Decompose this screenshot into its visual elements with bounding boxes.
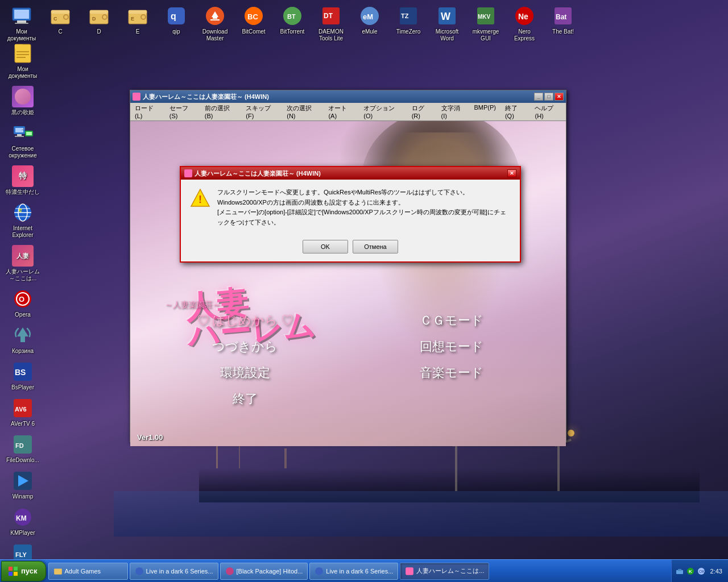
taskbar-item-black-package[interactable]: [Black Package] Hitod... (220, 563, 308, 580)
icon-mkvmerge[interactable]: MKV mkvmerge GUI (466, 2, 505, 44)
taskbar-app-icon-3 (225, 567, 234, 576)
icon-winamp[interactable]: Winamp (2, 467, 43, 502)
svg-text:MKV: MKV (478, 14, 491, 20)
icon-network[interactable]: Сетевое окружение (2, 119, 43, 161)
svg-point-83 (315, 567, 323, 575)
tray-icon-3[interactable]: OK (697, 567, 706, 576)
icon-opera[interactable]: O Opera (2, 285, 43, 321)
game-btn-tsuzuki[interactable]: つづきから (142, 334, 348, 360)
icon-nero[interactable]: Ne Nero Express (505, 2, 544, 44)
taskbar-app-icon-4 (315, 567, 324, 576)
icon-avermedia[interactable]: AV6 AVerTV 6 (2, 394, 43, 430)
taskbar-item-live-dark-2[interactable]: Live in a dark 6 Series... (309, 563, 398, 580)
icon-nero-label: Nero Express (507, 28, 541, 42)
icon-ms-word[interactable]: W Microsoft Word (428, 2, 466, 44)
icon-c-label: C (58, 28, 62, 35)
icon-c-drive[interactable]: C C (41, 2, 80, 44)
close-button[interactable]: ✕ (555, 93, 564, 101)
svg-text:O: O (19, 295, 24, 304)
taskbar-label-black-package: [Black Package] Hitod... (237, 568, 303, 575)
icon-the-bat[interactable]: Bat The Bat! (544, 2, 582, 44)
dialog-ok-button[interactable]: OK (303, 240, 348, 253)
game-btn-hajime[interactable]: ♡ はじめから ♡ (142, 307, 348, 334)
icon-download-master[interactable]: Download Master (196, 2, 234, 44)
tray-kaspersky-icon[interactable]: K (686, 567, 695, 576)
tray-network-icon[interactable] (675, 567, 684, 576)
icon-recycle[interactable]: Корзина (2, 322, 43, 357)
taskbar-item-live-dark-1[interactable]: Live in a dark 6 Series... (130, 563, 218, 580)
icon-kmplayer[interactable]: KM KMPlayer (2, 504, 43, 539)
svg-rect-21 (210, 19, 220, 20)
icon-timezero[interactable]: TZ TimeZero (389, 2, 428, 44)
menu-load[interactable]: ロード(L) (133, 103, 163, 120)
icon-emule-label: eMule (362, 28, 377, 35)
menu-text-clear[interactable]: 文字消(I) (439, 103, 468, 120)
icon-network-label: Сетевое окружение (5, 146, 41, 159)
svg-text:Ne: Ne (518, 12, 528, 21)
svg-rect-80 (54, 568, 62, 574)
icon-bsplayer[interactable]: BS BsPlayer (2, 358, 43, 393)
window-titlebar: 人妻ハーレム～ここは人妻楽園荘～ (H4WIN) _ □ ✕ (130, 90, 566, 103)
game-btn-exit[interactable]: 終了 (142, 386, 348, 412)
dialog-buttons: OK Отмена (181, 235, 520, 261)
menu-quit[interactable]: 終了(Q) (503, 103, 528, 120)
menu-auto[interactable]: オート(A) (326, 103, 357, 120)
menu-prev[interactable]: 前の選択(B) (202, 103, 239, 120)
svg-rect-5 (51, 10, 69, 14)
icon-my-computer[interactable]: Мои документы (2, 2, 41, 44)
icon-emule[interactable]: eM eMule (350, 2, 389, 44)
svg-text:K: K (689, 569, 692, 574)
taskbar-app-icon-5 (405, 567, 414, 576)
icon-flylink[interactable]: FLY Flylink_DC+... (2, 540, 43, 559)
icon-hitozuma[interactable]: 人妻 人妻ハーレム～ここは... (2, 242, 43, 284)
icon-bittorrent[interactable]: BT BitTorrent (273, 2, 312, 44)
icon-ie[interactable]: e Internet Explorer (2, 199, 43, 241)
dialog-titlebar: 人妻ハーレム～ここは人妻楽園荘～ (H4WIN) ✕ (181, 167, 520, 180)
icon-winamp-label: Winamp (13, 493, 34, 500)
window-controls: _ □ ✕ (534, 93, 564, 101)
svg-rect-79 (14, 572, 18, 576)
taskbar-item-hitozuma[interactable]: 人妻ハーレム～ここは... (400, 563, 489, 580)
svg-rect-77 (14, 567, 18, 571)
taskbar-item-adult-games[interactable]: Adult Games (48, 563, 128, 580)
top-row-icons: Мои документы C C D (0, 0, 728, 47)
icon-kuro-hime[interactable]: 黒の歌姫 (2, 83, 43, 118)
icon-filedownload[interactable]: FD FileDownlo... (2, 431, 43, 466)
menu-bmp[interactable]: BMP(P) (471, 103, 498, 120)
svg-text:AV6: AV6 (15, 406, 27, 413)
taskbar-clock[interactable]: 2:43 (708, 568, 725, 575)
menu-skip[interactable]: スキップ(F) (243, 103, 280, 120)
icon-tokinou[interactable]: 特 特濃生中だし (2, 163, 43, 198)
game-btn-settings[interactable]: 環境設定 (142, 360, 348, 386)
menu-help[interactable]: ヘルプ(H) (532, 103, 564, 120)
svg-rect-50 (26, 132, 32, 135)
icon-dl-master-label: Download Master (198, 28, 232, 42)
icon-timezero-label: TimeZero (396, 28, 420, 35)
svg-rect-13 (129, 10, 147, 14)
menu-log[interactable]: ログ(R) (410, 103, 435, 120)
dialog-line3: [メニューバー]の[option]-[詳細設定]で[Windows2000/XP… (217, 207, 511, 227)
icon-tokinou-label: 特濃生中だし (6, 189, 40, 196)
icon-e-drive[interactable]: E E (118, 2, 157, 44)
game-btn-kaiso[interactable]: 回想モード (348, 334, 555, 360)
icon-kuro-label: 黒の歌姫 (11, 109, 34, 116)
app-window: 人妻ハーレム～ここは人妻楽園荘～ (H4WIN) _ □ ✕ ロード(L) セー… (130, 90, 566, 442)
minimize-button[interactable]: _ (534, 93, 543, 101)
menu-next[interactable]: 次の選択(N) (284, 103, 321, 120)
icon-qip[interactable]: q qip (157, 2, 196, 44)
maximize-button[interactable]: □ (544, 93, 553, 101)
icon-bitcomet[interactable]: BC BitComet (234, 2, 273, 44)
game-btn-cg[interactable]: ＣＧモード (348, 307, 555, 334)
icon-my-docs[interactable]: Мои документы (2, 40, 43, 82)
start-button[interactable]: пуск (1, 561, 46, 581)
icon-daemon-tools[interactable]: DT DAEMON Tools Lite (312, 2, 350, 44)
svg-rect-1 (14, 10, 29, 19)
dialog-icon-small (184, 169, 192, 177)
dialog-cancel-button[interactable]: Отмена (353, 240, 398, 253)
dialog-close-button[interactable]: ✕ (507, 169, 516, 177)
icon-d-drive[interactable]: D D (80, 2, 118, 44)
game-btn-music[interactable]: 音楽モード (348, 360, 555, 386)
icon-word-label: Microsoft Word (430, 28, 464, 42)
menu-options[interactable]: オプション(O) (361, 103, 404, 120)
menu-save[interactable]: セーフ(S) (167, 103, 198, 120)
